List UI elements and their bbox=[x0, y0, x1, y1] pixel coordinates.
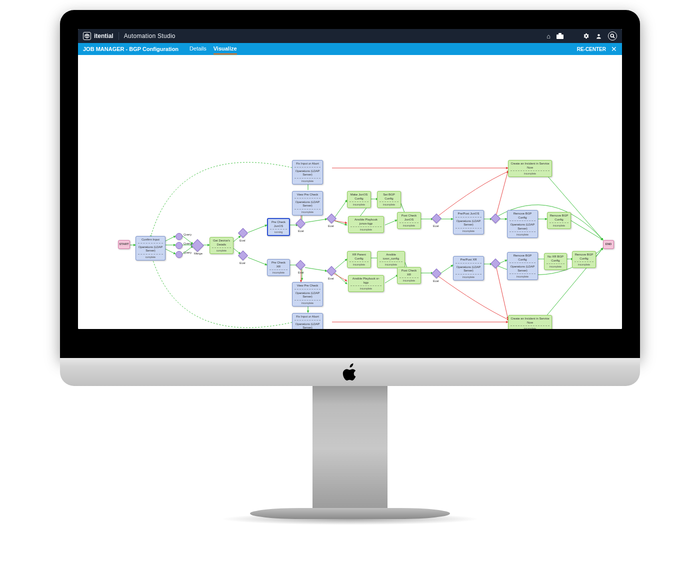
merge-label: Merge bbox=[194, 252, 202, 255]
brand-logo bbox=[83, 32, 91, 40]
eval-label: Eval bbox=[298, 230, 304, 232]
svg-line-6 bbox=[166, 236, 176, 241]
svg-line-20 bbox=[335, 200, 347, 217]
node-prepost-junos[interactable]: Pre/Post JunOS Operations (LDAP Server) … bbox=[453, 210, 484, 234]
eval-label: Eval bbox=[240, 262, 246, 264]
eval-label: Eval bbox=[433, 224, 439, 228]
svg-line-41 bbox=[500, 260, 507, 263]
svg-line-49 bbox=[540, 168, 603, 240]
home-icon[interactable]: ⌂ bbox=[546, 32, 550, 40]
svg-line-39 bbox=[441, 265, 453, 273]
node-no-xr-bgp[interactable]: No XR BGP Configincomplete bbox=[544, 253, 567, 270]
svg-line-19 bbox=[305, 219, 327, 222]
svg-line-8 bbox=[166, 249, 176, 254]
svg-line-33 bbox=[335, 259, 347, 269]
node-make-junos[interactable]: Make JunOS Configincomplete bbox=[347, 191, 371, 208]
svg-line-4 bbox=[614, 37, 615, 38]
imac-foot bbox=[250, 508, 450, 519]
node-confirm-input[interactable]: Confirm Input Operations (LDAP Server) c… bbox=[136, 236, 166, 260]
node-view-precheck-bot[interactable]: View Pre Check Operations (LDAP Server) … bbox=[292, 282, 323, 306]
imac-stand bbox=[312, 386, 388, 511]
node-fix-abort-bot[interactable]: Fix Input or Abort Operations (LDAP Serv… bbox=[292, 313, 323, 329]
node-incident-top[interactable]: Create an Incident in Service Nowincompl… bbox=[508, 160, 552, 177]
node-remove-bgp-top[interactable]: Remove BGP Config Operations (LDAP Serve… bbox=[507, 210, 538, 238]
svg-line-32 bbox=[305, 268, 327, 271]
query-node-1[interactable] bbox=[176, 233, 182, 240]
divider bbox=[118, 32, 119, 40]
node-set-bgp[interactable]: Set BGP Configincomplete bbox=[377, 191, 401, 208]
svg-line-34 bbox=[335, 273, 347, 284]
node-ansible-xr[interactable]: Ansible Playbook xr-bgpincomplete bbox=[348, 275, 384, 292]
briefcase-icon[interactable] bbox=[556, 33, 564, 39]
recenter-button[interactable]: RE-CENTER bbox=[577, 46, 606, 52]
svg-line-16 bbox=[248, 258, 267, 265]
node-ansible-iosxr-cfg[interactable]: Ansible iosxr_configincomplete bbox=[377, 251, 405, 268]
imac-chin bbox=[60, 358, 640, 386]
node-incident-bot[interactable]: Create an Incident in Service Nowincompl… bbox=[508, 315, 552, 329]
node-post-junos[interactable]: Post Check JunOSincomplete bbox=[397, 212, 421, 229]
brand-name: itential bbox=[94, 32, 114, 40]
node-precheck-xr[interactable]: Pre Check XR incomplete bbox=[267, 259, 290, 276]
eval-label: Eval bbox=[240, 239, 246, 242]
node-prepost-xr[interactable]: Pre/Post XR Operations (LDAP Server) inc… bbox=[453, 256, 484, 280]
tab-visualize[interactable]: Visualize bbox=[214, 44, 237, 54]
eval-label: Eval bbox=[328, 277, 334, 280]
node-xr-parent[interactable]: XR Parent Configincomplete bbox=[347, 251, 371, 268]
query-label: Query bbox=[184, 233, 192, 236]
apps-grid-icon[interactable] bbox=[570, 32, 576, 40]
app-title: Automation Studio bbox=[124, 32, 176, 40]
query-node-3[interactable] bbox=[176, 251, 182, 258]
svg-line-25 bbox=[385, 220, 397, 225]
apple-logo-icon bbox=[342, 363, 358, 381]
svg-line-57 bbox=[496, 266, 508, 319]
svg-rect-1 bbox=[558, 33, 562, 34]
node-remove-bgp-bot[interactable]: Remove BGP Config Operations (LDAP Serve… bbox=[507, 252, 538, 280]
svg-line-37 bbox=[385, 275, 398, 283]
node-ansible-junos[interactable]: Ansible Playbook junos-bgpincomplete bbox=[348, 216, 384, 233]
tab-details[interactable]: Details bbox=[190, 44, 206, 54]
query-label: Query bbox=[184, 251, 192, 254]
node-get-device[interactable]: Get Device's Details complete bbox=[210, 237, 234, 254]
eval-label: Eval bbox=[433, 280, 439, 282]
svg-point-3 bbox=[610, 34, 614, 37]
gear-icon[interactable] bbox=[582, 32, 590, 40]
eval-label: Eval bbox=[298, 271, 304, 274]
svg-line-15 bbox=[248, 225, 267, 232]
node-remove-bgp-green-bot[interactable]: Remove BGP Configincomplete bbox=[572, 251, 596, 268]
app-screen: itential Automation Studio ⌂ bbox=[78, 29, 622, 329]
node-precheck-junos[interactable]: Pre Check JunOS running bbox=[267, 218, 290, 236]
start-node[interactable]: START bbox=[118, 240, 130, 249]
query-node-2[interactable] bbox=[176, 242, 182, 249]
close-icon[interactable]: ✕ bbox=[611, 45, 617, 53]
workflow-canvas[interactable]: START END Confirm Input Operations (LDAP… bbox=[78, 55, 622, 329]
svg-line-31 bbox=[570, 220, 603, 240]
node-fix-abort-top[interactable]: Fix Input or Abort Operations (LDAP Serv… bbox=[292, 160, 323, 184]
node-post-xr[interactable]: Post Check XRincomplete bbox=[397, 267, 421, 284]
svg-line-21 bbox=[335, 221, 347, 225]
svg-rect-0 bbox=[556, 34, 564, 39]
search-icon[interactable] bbox=[608, 32, 617, 40]
node-remove-bgp-green-top[interactable]: Remove BGP Configincomplete bbox=[547, 212, 571, 229]
svg-line-14 bbox=[233, 248, 240, 254]
svg-line-56 bbox=[496, 171, 508, 216]
query-label: Query bbox=[184, 242, 192, 245]
end-node[interactable]: END bbox=[603, 240, 614, 249]
page-title: JOB MANAGER - BGP Configuration bbox=[83, 46, 178, 52]
svg-point-2 bbox=[598, 34, 600, 36]
sub-header: JOB MANAGER - BGP Configuration Details … bbox=[78, 43, 622, 55]
user-icon[interactable] bbox=[596, 33, 602, 40]
node-view-precheck-top[interactable]: View Pre Check Operations (LDAP Server) … bbox=[292, 191, 323, 216]
app-header: itential Automation Studio ⌂ bbox=[78, 29, 622, 43]
eval-label: Eval bbox=[328, 224, 334, 228]
